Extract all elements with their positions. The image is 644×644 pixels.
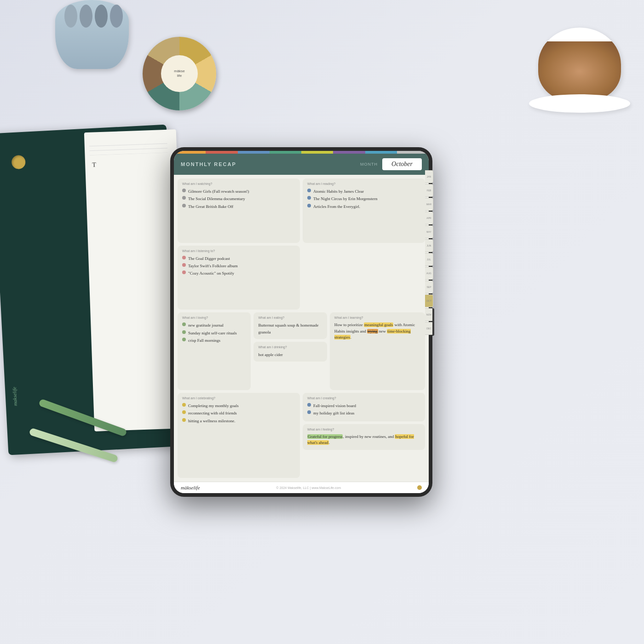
celebrating-bullet-3 bbox=[182, 418, 186, 422]
row4: What am I celebrating? Completing my mon… bbox=[178, 393, 425, 478]
reading-bullet-2 bbox=[307, 196, 311, 200]
celebrating-bullet-1 bbox=[182, 403, 186, 407]
tab-apr[interactable]: APR bbox=[425, 212, 429, 224]
reading-label: What am I reading? bbox=[307, 182, 420, 185]
notebook: makselife T bbox=[0, 125, 183, 455]
loving-bullet-2 bbox=[182, 330, 186, 334]
learning-label: What am I learning? bbox=[334, 316, 420, 319]
notebook-binding bbox=[12, 155, 26, 170]
marker-tops bbox=[64, 5, 123, 28]
svg-text:T: T bbox=[92, 161, 97, 168]
coffee-cup bbox=[529, 18, 630, 120]
celebrating-content: Completing my monthly goals reconnecting… bbox=[182, 402, 295, 424]
learning-part-1: How to prioritize bbox=[334, 322, 364, 327]
creating-label: What am I creating? bbox=[307, 397, 420, 400]
celebrating-label: What am I celebrating? bbox=[182, 397, 295, 400]
tab-jul[interactable]: JUL bbox=[425, 253, 429, 266]
loving-text-2: Sunday night self-care rituals bbox=[188, 330, 237, 336]
watching-text-3: The Great British Bake Off bbox=[188, 203, 233, 210]
reading-item-3: Articles From the Everygirl. bbox=[307, 203, 420, 210]
feeling-part-2: . bbox=[329, 440, 330, 445]
notebook-label: makselife bbox=[12, 387, 18, 406]
tab-feb[interactable]: FEB bbox=[425, 184, 429, 197]
loving-item-3: crisp Fall mornings bbox=[182, 337, 246, 344]
header-right: MONTH October bbox=[360, 158, 422, 170]
learning-highlight-2: trying bbox=[367, 329, 378, 334]
watching-item-2: The Social Dilemma documentary bbox=[182, 196, 295, 202]
marker-3 bbox=[95, 5, 108, 28]
tablet-screen: MONTHLY RECAP MONTH October JAN FEB MAR … bbox=[174, 151, 429, 493]
drinking-label: What am I drinking? bbox=[258, 345, 322, 349]
creating-card: What am I creating? Fall-inspired vision… bbox=[303, 393, 425, 421]
footer-copyright: © 2024 Makselife, LLC | www.MakseLife.co… bbox=[276, 486, 341, 489]
goal-wheel: mäkse life bbox=[143, 37, 216, 110]
listening-item-2: Taylor Swift's Folklore album bbox=[182, 263, 295, 269]
goal-wheel-text-2: life bbox=[177, 74, 182, 78]
tab-oct[interactable]: OCT bbox=[425, 294, 429, 307]
marker-1 bbox=[64, 5, 77, 28]
creating-feeling-col: What am I creating? Fall-inspired vision… bbox=[303, 393, 425, 478]
marker-cup bbox=[55, 0, 129, 69]
reading-item-2: The Night Circus by Erin Morgenstern bbox=[307, 196, 420, 202]
creating-bullet-1 bbox=[307, 403, 311, 407]
tab-jan[interactable]: JAN bbox=[425, 170, 429, 183]
tab-aug[interactable]: AUG bbox=[425, 267, 429, 280]
tablet-side-bar bbox=[432, 308, 434, 336]
tab-dec[interactable]: DEC bbox=[425, 322, 429, 335]
watching-text-2: The Social Dilemma documentary bbox=[188, 196, 245, 202]
creating-item-1: Fall-inspired vision board bbox=[307, 402, 420, 409]
reading-bullet-3 bbox=[307, 204, 311, 207]
eating-drinking-col: What am I eating? Butternut squash soup … bbox=[253, 312, 327, 390]
loving-card: What am I loving? new gratitude journal … bbox=[178, 312, 251, 390]
drinking-content: hot apple cider bbox=[258, 351, 322, 358]
reading-card: What am I reading? Atomic Habits by Jame… bbox=[303, 178, 425, 243]
celebrating-text-1: Completing my monthly goals bbox=[188, 402, 239, 409]
eating-label: What am I eating? bbox=[258, 316, 322, 319]
creating-text-2: my holiday gift list ideas bbox=[313, 410, 355, 416]
learning-part-4: . bbox=[351, 335, 351, 339]
tab-may[interactable]: MAY bbox=[425, 225, 429, 238]
listening-bullet-3 bbox=[182, 270, 186, 274]
listening-text-1: The Goal Digger podcast bbox=[188, 255, 230, 262]
watching-label: What am I watching? bbox=[182, 182, 295, 185]
listening-item-3: "Cozy Acoustic" on Spotify bbox=[182, 270, 295, 276]
drinking-text: hot apple cider bbox=[258, 352, 282, 357]
header-month-label: MONTH bbox=[360, 162, 378, 167]
creating-content: Fall-inspired vision board my holiday gi… bbox=[307, 402, 420, 417]
tablet-content: What am I watching? Gilmore Girls (Fall … bbox=[174, 175, 429, 482]
goal-wheel-inner: mäkse life bbox=[161, 55, 198, 92]
tab-nov[interactable]: NOV bbox=[425, 308, 429, 321]
loving-bullet-1 bbox=[182, 322, 186, 326]
tab-mar[interactable]: MAR bbox=[425, 198, 429, 211]
celebrating-text-3: hitting a wellness milestone. bbox=[188, 418, 236, 424]
feeling-part-1: , inspired by new routines, and bbox=[343, 434, 395, 439]
feeling-label: What am I feeling? bbox=[307, 428, 420, 431]
eating-text: Butternut squash soup & homemade granola bbox=[258, 323, 318, 334]
listening-item-1: The Goal Digger podcast bbox=[182, 255, 295, 262]
side-tabs: JAN FEB MAR APR MAY JUN JUL AUG SEP OCT … bbox=[425, 170, 429, 335]
celebrating-text-2: reconnecting with old friends bbox=[188, 410, 237, 416]
tab-sep[interactable]: SEP bbox=[425, 281, 429, 293]
tab-jun[interactable]: JUN bbox=[425, 239, 429, 252]
reading-item-1: Atomic Habits by James Clear bbox=[307, 188, 420, 195]
watching-card: What am I watching? Gilmore Girls (Fall … bbox=[178, 178, 300, 243]
header-title: MONTHLY RECAP bbox=[181, 161, 236, 167]
celebrating-item-3: hitting a wellness milestone. bbox=[182, 418, 295, 424]
listening-text-2: Taylor Swift's Folklore album bbox=[188, 263, 238, 269]
celebrating-bullet-2 bbox=[182, 410, 186, 414]
marker-2 bbox=[80, 5, 92, 28]
learning-content: How to prioritize meaningful goals with … bbox=[334, 322, 420, 341]
watching-bullet-3 bbox=[182, 204, 186, 207]
reading-bullet-1 bbox=[307, 189, 311, 192]
row2-col2-spacer bbox=[303, 246, 425, 310]
loving-text-3: crisp Fall mornings bbox=[188, 337, 220, 344]
row3: What am I loving? new gratitude journal … bbox=[178, 312, 425, 390]
loving-content: new gratitude journal Sunday night self-… bbox=[182, 322, 246, 344]
loving-bullet-3 bbox=[182, 338, 186, 341]
loving-item-1: new gratitude journal bbox=[182, 322, 246, 328]
watching-bullet-1 bbox=[182, 189, 186, 192]
celebrating-item-1: Completing my monthly goals bbox=[182, 402, 295, 409]
header-month-value: October bbox=[382, 158, 422, 170]
eating-content: Butternut squash soup & homemade granola bbox=[258, 322, 322, 335]
listening-label: What am I listening to? bbox=[182, 249, 295, 253]
